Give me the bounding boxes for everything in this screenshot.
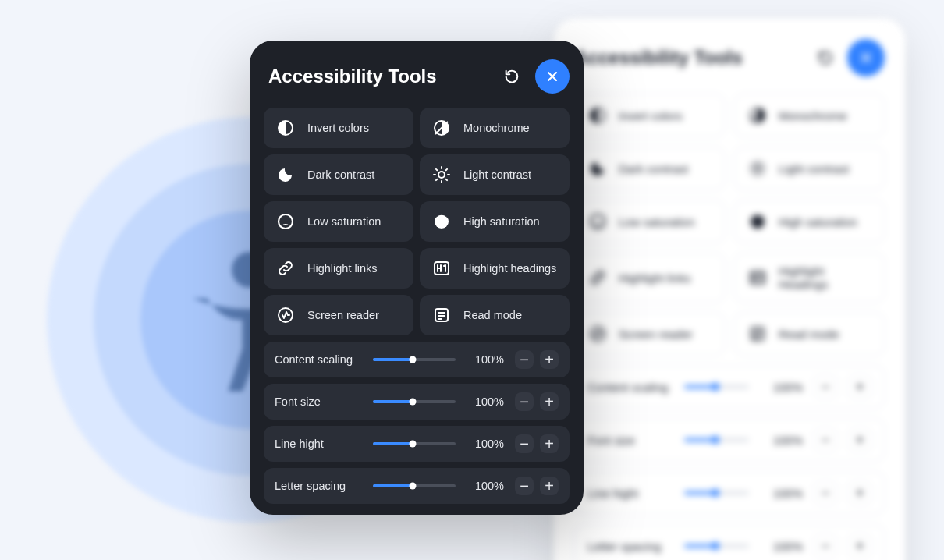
toggle-label: Dark contrast	[307, 168, 374, 181]
increment-button[interactable]: +	[540, 392, 559, 411]
slider-value: 100%	[467, 480, 504, 492]
close-button[interactable]	[535, 59, 570, 94]
toggle-label: Highlight Headings	[779, 264, 871, 291]
slider-thumb[interactable]	[712, 383, 719, 391]
decrement-button[interactable]: −	[814, 428, 837, 452]
slider-value: 100%	[467, 395, 504, 408]
increment-button[interactable]: +	[540, 477, 559, 495]
slider-font-size: Font size100%−+	[574, 418, 885, 462]
toggle-dark-contrast[interactable]: Dark contrast	[574, 147, 725, 190]
toggle-highlight-headings[interactable]: Highlight Headings	[734, 253, 885, 303]
slider-track[interactable]	[684, 438, 749, 441]
reset-icon	[817, 49, 834, 66]
decrement-button[interactable]: −	[515, 350, 534, 369]
decrement-button[interactable]: −	[515, 434, 534, 453]
slider-line-hight: Line hight100%−+	[264, 426, 570, 462]
toggle-label: Highlight links	[619, 271, 691, 285]
slider-track[interactable]	[684, 544, 749, 548]
slider-letter-spacing: Letter spacing100%−+	[264, 468, 570, 504]
lightcontrast-icon	[747, 158, 768, 179]
toggle-invert-colors[interactable]: Invert colors	[264, 108, 413, 148]
toggle-label: Low saturation	[307, 215, 381, 228]
toggle-monochrome[interactable]: Monochrome	[420, 108, 570, 148]
slider-value: 100%	[760, 540, 803, 553]
slider-content-scaling: Content scaling100%−+	[574, 365, 885, 409]
slider-value: 100%	[760, 381, 803, 394]
slider-track[interactable]	[373, 484, 456, 487]
increment-button[interactable]: +	[848, 534, 871, 558]
slider-track[interactable]	[684, 385, 749, 388]
slider-thumb[interactable]	[409, 441, 416, 448]
toggle-label: Invert colors	[307, 122, 369, 134]
toggle-label: Screen reader	[307, 309, 379, 321]
slider-thumb[interactable]	[409, 483, 416, 490]
slider-font-size: Font size100%−+	[264, 384, 570, 420]
toggle-high-saturation[interactable]: High saturation	[734, 200, 885, 243]
slider-thumb[interactable]	[712, 489, 719, 497]
toggle-label: Highlight links	[307, 262, 377, 275]
slider-value: 100%	[467, 438, 504, 450]
panel-title: Accessibility Tools	[574, 47, 743, 69]
toggle-low-saturation[interactable]: Low saturation	[264, 201, 413, 242]
increment-button[interactable]: +	[848, 375, 871, 399]
toggle-highlight-headings[interactable]: Highlight headings	[420, 248, 570, 289]
h1-icon	[432, 259, 451, 278]
toggle-invert-colors[interactable]: Invert colors	[574, 94, 725, 137]
toggle-screen-reader[interactable]: Screen reader	[264, 295, 413, 335]
toggle-read-mode[interactable]: Read mode	[420, 295, 570, 335]
slider-label: Line hight	[275, 438, 362, 450]
decrement-button[interactable]: −	[814, 375, 837, 399]
slider-track[interactable]	[684, 491, 749, 494]
highsat-icon	[432, 212, 451, 231]
decrement-button[interactable]: −	[814, 534, 837, 558]
link-icon	[587, 268, 608, 288]
toggle-light-contrast[interactable]: Light contrast	[734, 147, 885, 190]
close-button[interactable]	[847, 39, 885, 76]
increment-button[interactable]: +	[540, 350, 559, 369]
increment-button[interactable]: +	[540, 434, 559, 453]
slider-track[interactable]	[373, 442, 456, 445]
toggle-label: Monochrome	[779, 109, 847, 122]
readmode-icon	[747, 324, 768, 344]
toggle-monochrome[interactable]: Monochrome	[734, 94, 885, 137]
highsat-icon	[747, 211, 768, 232]
toggle-low-saturation[interactable]: Low saturation	[574, 200, 725, 243]
toggle-label: Invert colors	[619, 109, 683, 122]
slider-letter-spacing: Letter spacing100%−+	[574, 524, 885, 560]
lightcontrast-icon	[432, 165, 451, 184]
slider-line-hight: Line hight100%−+	[574, 471, 885, 515]
decrement-button[interactable]: −	[515, 392, 534, 411]
decrement-button[interactable]: −	[814, 481, 837, 505]
increment-button[interactable]: +	[848, 428, 871, 452]
toggle-high-saturation[interactable]: High saturation	[420, 201, 570, 242]
slider-track[interactable]	[373, 358, 456, 361]
slider-thumb[interactable]	[712, 542, 719, 550]
slider-thumb[interactable]	[409, 356, 416, 363]
increment-button[interactable]: +	[848, 481, 871, 505]
toggle-screen-reader[interactable]: Screen reader	[574, 312, 725, 356]
slider-thumb[interactable]	[712, 436, 719, 444]
toggle-label: Low saturation	[619, 215, 695, 229]
slider-track[interactable]	[373, 400, 456, 403]
toggle-label: Light contrast	[463, 168, 531, 181]
reset-button[interactable]	[814, 47, 836, 69]
toggle-highlight-links[interactable]: Highlight links	[574, 253, 725, 303]
toggle-dark-contrast[interactable]: Dark contrast	[264, 154, 413, 195]
slider-label: Letter spacing	[587, 540, 673, 553]
slider-thumb[interactable]	[409, 399, 416, 406]
darkcontrast-icon	[587, 158, 608, 179]
toggle-read-mode[interactable]: Read mode	[734, 312, 885, 356]
toggle-label: High saturation	[463, 215, 540, 228]
toggle-label: Read mode	[463, 309, 522, 321]
decrement-button[interactable]: −	[515, 477, 534, 495]
accessibility-panel-light: Accessibility Tools Invert colorsMonochr…	[554, 19, 905, 560]
reset-button[interactable]	[501, 66, 523, 87]
toggle-light-contrast[interactable]: Light contrast	[420, 154, 570, 195]
darkcontrast-icon	[276, 165, 295, 184]
lowsat-icon	[276, 212, 295, 231]
toggle-highlight-links[interactable]: Highlight links	[264, 248, 413, 289]
close-icon	[857, 49, 875, 66]
slider-label: Content scaling	[275, 353, 362, 366]
toggle-label: High saturation	[779, 215, 857, 229]
toggle-label: Read mode	[779, 328, 839, 341]
